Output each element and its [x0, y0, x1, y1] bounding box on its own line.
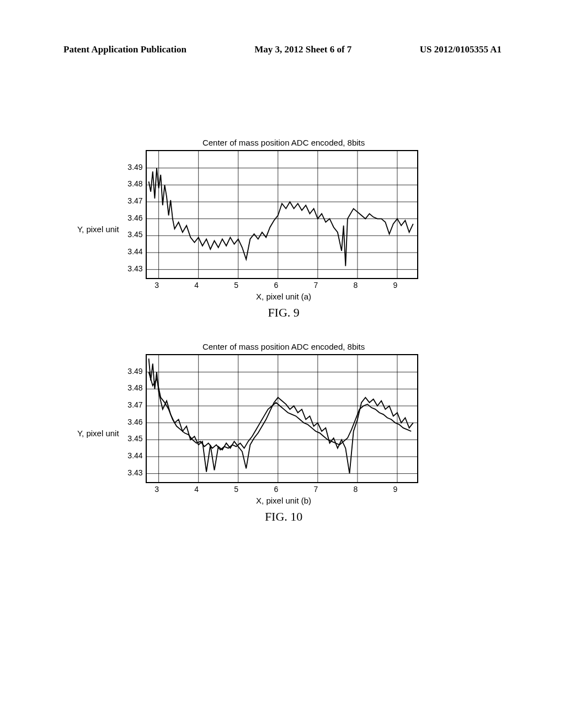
figure-9: Y, pixel unit Center of mass position AD…	[77, 138, 418, 320]
header-left: Patent Application Publication	[63, 44, 186, 55]
fig9-yticks: 3.493.483.473.463.453.443.43	[122, 150, 143, 277]
fig10-title: Center of mass position ADC encoded, 8bi…	[150, 342, 418, 351]
fig10-xlabel: X, pixel unit (b)	[150, 496, 418, 505]
header-center: May 3, 2012 Sheet 6 of 7	[254, 44, 351, 55]
fig9-xticks: 3456789	[146, 281, 416, 291]
fig9-plot	[146, 150, 418, 279]
fig10-xticks: 3456789	[146, 485, 416, 495]
fig10-ylabel: Y, pixel unit	[77, 429, 119, 438]
fig9-ylabel: Y, pixel unit	[77, 224, 119, 234]
fig10-plot	[146, 354, 418, 483]
fig9-caption: FIG. 9	[150, 306, 418, 320]
fig10-caption: FIG. 10	[150, 510, 418, 524]
page-header: Patent Application Publication May 3, 20…	[0, 44, 565, 55]
fig9-title: Center of mass position ADC encoded, 8bi…	[150, 138, 418, 147]
header-right: US 2012/0105355 A1	[420, 44, 502, 55]
fig9-xlabel: X, pixel unit (a)	[150, 292, 418, 301]
figure-10: Y, pixel unit Center of mass position AD…	[77, 342, 418, 524]
fig10-yticks: 3.493.483.473.463.453.443.43	[122, 354, 143, 481]
